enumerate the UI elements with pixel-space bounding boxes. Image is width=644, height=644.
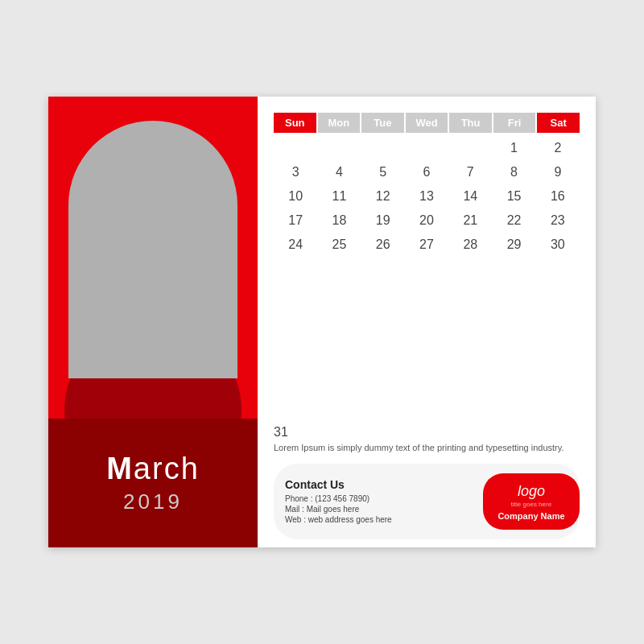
day-31: 31 bbox=[274, 425, 580, 440]
days-grid: 1234567891011121314151617181920212223242… bbox=[274, 136, 580, 257]
day-cell: 30 bbox=[536, 233, 580, 257]
day-cell: 7 bbox=[448, 160, 492, 184]
web-value: web address goes here bbox=[308, 515, 392, 524]
photo-placeholder bbox=[68, 121, 237, 378]
day-cell bbox=[405, 136, 448, 160]
day-cell: 15 bbox=[492, 184, 535, 208]
contact-section: Contact Us Phone : (123 456 7890) Mail :… bbox=[274, 464, 580, 539]
mail-value: Mail goes here bbox=[307, 505, 360, 514]
day-cell: 20 bbox=[405, 208, 448, 233]
logo-area: logo title goes here Company Name bbox=[483, 473, 580, 530]
day-cell bbox=[274, 136, 317, 160]
header-wed: Wed bbox=[406, 113, 448, 133]
day-cell bbox=[361, 136, 405, 160]
month-first-letter: M bbox=[106, 452, 134, 485]
mail-label: Mail : bbox=[285, 505, 304, 514]
day-cell: 22 bbox=[492, 208, 535, 233]
right-panel: Sun Mon Tue Wed Thu Fri Sat 123456789101… bbox=[258, 97, 596, 547]
logo-subtitle: title goes here bbox=[511, 501, 551, 508]
phone-value: (123 456 7890) bbox=[315, 494, 369, 503]
header-fri: Fri bbox=[493, 113, 536, 133]
day-cell: 6 bbox=[405, 160, 448, 184]
day-cell: 25 bbox=[317, 233, 361, 257]
day-cell: 28 bbox=[448, 233, 492, 257]
month-section: March 2019 bbox=[48, 419, 258, 547]
day-cell: 9 bbox=[536, 160, 580, 184]
year-text: 2019 bbox=[123, 489, 183, 514]
day-cell bbox=[448, 136, 492, 160]
header-thu: Thu bbox=[449, 113, 492, 133]
header-tue: Tue bbox=[361, 113, 404, 133]
phone-label: Phone : bbox=[285, 494, 312, 503]
day-cell: 23 bbox=[536, 208, 580, 233]
day-cell: 3 bbox=[274, 160, 317, 184]
contact-phone: Phone : (123 456 7890) bbox=[285, 494, 483, 503]
day-cell: 17 bbox=[274, 208, 317, 233]
calendar-grid: Sun Mon Tue Wed Thu Fri Sat 123456789101… bbox=[274, 113, 580, 425]
day-cell: 16 bbox=[536, 184, 580, 208]
day-headers: Sun Mon Tue Wed Thu Fri Sat bbox=[274, 113, 580, 133]
day-cell: 11 bbox=[317, 184, 361, 208]
day-cell: 19 bbox=[361, 208, 405, 233]
day-cell: 29 bbox=[492, 233, 535, 257]
web-label: Web : bbox=[285, 515, 306, 524]
calendar-description: Lorem Ipsum is simply dummy text of the … bbox=[274, 441, 580, 455]
last-day-row: 31 bbox=[274, 425, 580, 440]
day-cell: 12 bbox=[361, 184, 405, 208]
day-cell: 2 bbox=[536, 136, 580, 160]
day-cell: 24 bbox=[274, 233, 317, 257]
day-cell: 4 bbox=[317, 160, 361, 184]
day-cell: 21 bbox=[448, 208, 492, 233]
day-cell: 13 bbox=[405, 184, 448, 208]
day-cell bbox=[317, 136, 361, 160]
contact-mail: Mail : Mail goes here bbox=[285, 505, 483, 514]
month-rest: arch bbox=[134, 452, 200, 485]
contact-title: Contact Us bbox=[285, 478, 483, 491]
header-sat: Sat bbox=[537, 113, 580, 133]
day-cell: 18 bbox=[317, 208, 361, 233]
month-name: March bbox=[106, 452, 200, 486]
header-sun: Sun bbox=[274, 113, 316, 133]
day-cell: 26 bbox=[361, 233, 405, 257]
left-panel: March 2019 bbox=[48, 97, 258, 547]
contact-info: Contact Us Phone : (123 456 7890) Mail :… bbox=[285, 478, 483, 526]
day-cell: 1 bbox=[492, 136, 535, 160]
day-cell: 27 bbox=[405, 233, 448, 257]
contact-web: Web : web address goes here bbox=[285, 515, 483, 524]
day-cell: 10 bbox=[274, 184, 317, 208]
day-cell: 8 bbox=[492, 160, 535, 184]
day-cell: 14 bbox=[448, 184, 492, 208]
company-name: Company Name bbox=[497, 511, 564, 521]
header-mon: Mon bbox=[318, 113, 361, 133]
day-cell: 5 bbox=[361, 160, 405, 184]
logo-text: logo bbox=[518, 483, 545, 500]
